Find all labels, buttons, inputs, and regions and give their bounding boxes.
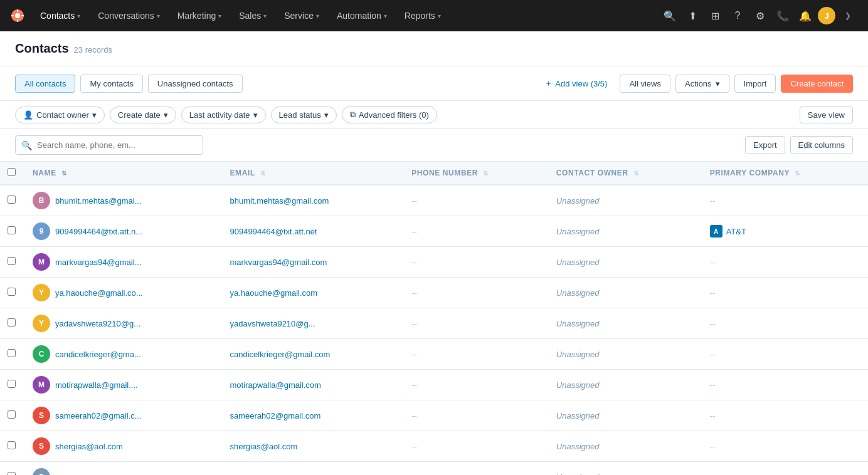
table-row: Sshergias@aol.comshergias@aol.com--Unass… <box>0 431 868 462</box>
export-button[interactable]: Export <box>745 136 785 154</box>
actions-chevron-icon: ▾ <box>716 79 720 88</box>
marketplace-button[interactable]: ⊞ <box>705 6 725 26</box>
row-company-cell: -- <box>702 308 868 339</box>
nav-item-service[interactable]: Service ▾ <box>277 7 327 24</box>
contact-email-link[interactable]: sameerah02@gmail.com <box>230 411 321 420</box>
search-nav-button[interactable]: 🔍 <box>660 6 680 26</box>
create-contact-button[interactable]: Create contact <box>781 75 853 93</box>
col-header-phone[interactable]: Phone Number ⇅ <box>404 162 549 185</box>
row-email-cell: yadavshweta9210@g... <box>223 308 405 339</box>
nav-label-marketing: Marketing <box>177 11 216 21</box>
row-checkbox[interactable] <box>8 318 16 326</box>
col-header-owner[interactable]: Contact Owner ⇅ <box>549 162 702 185</box>
contact-name-link[interactable]: yadavshweta9210@g... <box>55 319 140 328</box>
all-views-button[interactable]: All views <box>620 75 670 93</box>
checkbox-header[interactable] <box>0 162 25 185</box>
avatar: S <box>33 407 50 424</box>
owner-value: Unassigned <box>556 380 600 390</box>
contacts-header: Contacts 23 records <box>0 31 868 66</box>
row-phone-cell: -- <box>404 216 549 247</box>
avatar: 9 <box>33 222 50 240</box>
row-phone-cell: -- <box>404 431 549 462</box>
row-name-cell: Ccandicelkrieger@gma... <box>25 339 223 370</box>
owner-value: Unassigned <box>556 319 600 328</box>
select-all-checkbox[interactable] <box>8 168 16 176</box>
col-header-email[interactable]: Email ⇅ <box>223 162 405 185</box>
create-date-filter[interactable]: Create date ▾ <box>110 107 176 123</box>
nav-expand-icon[interactable]: ❯ <box>838 6 858 26</box>
hubspot-logo[interactable] <box>10 8 25 23</box>
row-company-cell: -- <box>702 278 868 308</box>
contact-name-link[interactable]: ya.haouche@gmail.co... <box>55 288 143 298</box>
contact-email-link[interactable]: 9094994464@txt.att.net <box>230 227 317 236</box>
contact-name-link[interactable]: motirapwalla@gmail.... <box>55 380 138 390</box>
contact-email-link[interactable]: yadavshweta9210@g... <box>230 319 315 328</box>
row-phone-cell: -- <box>404 308 549 339</box>
table-wrapper: Name ⇅ Email ⇅ Phone Number ⇅ Contact Ow… <box>0 162 868 475</box>
row-checkbox-cell <box>0 339 25 370</box>
empty-email: -- <box>230 472 236 476</box>
nav-item-automation[interactable]: Automation ▾ <box>329 7 394 24</box>
avatar: Y <box>33 284 50 301</box>
row-checkbox[interactable] <box>8 441 16 449</box>
nav-item-sales[interactable]: Sales ▾ <box>231 7 274 24</box>
contact-name-link[interactable]: markvargas94@gmail... <box>55 258 141 267</box>
contact-name-link[interactable]: bhumit.mehtas@gmai... <box>55 196 141 206</box>
row-checkbox[interactable] <box>8 410 16 419</box>
row-name-cell: Mmarkvargas94@gmail... <box>25 247 223 278</box>
col-header-name[interactable]: Name ⇅ <box>25 162 223 185</box>
tab-my-contacts[interactable]: My contacts <box>80 75 142 93</box>
row-checkbox[interactable] <box>8 380 16 388</box>
company-value: -- <box>710 288 716 298</box>
search-input[interactable] <box>15 135 203 155</box>
actions-button[interactable]: Actions ▾ <box>675 75 729 93</box>
tab-all-contacts[interactable]: All contacts <box>15 75 75 93</box>
row-checkbox[interactable] <box>8 288 16 296</box>
owner-value: Unassigned <box>556 472 600 476</box>
contact-name-link[interactable]: candicelkrieger@gma... <box>55 350 141 359</box>
company-value: -- <box>710 442 716 451</box>
import-button[interactable]: Import <box>734 75 776 93</box>
contact-name-link[interactable]: sameerah02@gmail.c... <box>55 411 141 420</box>
contact-owner-filter[interactable]: 👤 Contact owner ▾ <box>15 107 105 123</box>
calling-button[interactable]: 📞 <box>773 6 793 26</box>
contact-email-link[interactable]: ya.haouche@gmail.com <box>230 288 318 298</box>
nav-item-reports[interactable]: Reports ▾ <box>397 7 448 24</box>
contact-email-link[interactable]: shergias@aol.com <box>230 442 298 451</box>
add-view-button[interactable]: ＋ Add view (3/5) <box>537 74 615 93</box>
row-checkbox[interactable] <box>8 257 16 265</box>
avatar: S <box>33 437 50 455</box>
advanced-filters-button[interactable]: ⧉ Advanced filters (0) <box>342 106 437 123</box>
row-checkbox[interactable] <box>8 196 16 204</box>
settings-button[interactable]: ⚙ <box>750 6 770 26</box>
phone-value: -- <box>411 319 417 328</box>
nav-item-contacts[interactable]: Contacts ▾ <box>33 7 88 24</box>
lead-status-filter[interactable]: Lead status ▾ <box>271 107 337 123</box>
help-button[interactable]: ? <box>728 6 748 26</box>
user-avatar[interactable]: J <box>818 7 835 24</box>
row-checkbox[interactable] <box>8 349 16 357</box>
row-name-cell: Ssameerah02@gmail.c... <box>25 400 223 431</box>
col-header-company[interactable]: Primary Company ⇅ <box>702 162 868 185</box>
tab-unassigned-contacts[interactable]: Unassigned contacts <box>148 75 243 93</box>
contact-email-link[interactable]: candicelkrieger@gmail.com <box>230 350 331 359</box>
save-view-button[interactable]: Save view <box>800 107 853 123</box>
nav-item-conversations[interactable]: Conversations ▾ <box>90 7 167 24</box>
nav-item-marketing[interactable]: Marketing ▾ <box>170 7 229 24</box>
notifications-button[interactable]: 🔔 <box>795 6 815 26</box>
company-name-link[interactable]: AT&T <box>726 227 746 236</box>
contact-name-link[interactable]: 9094994464@txt.att.n... <box>55 227 142 236</box>
edit-columns-button[interactable]: Edit columns <box>790 136 853 154</box>
company-value: -- <box>710 319 716 328</box>
chevron-down-icon: ▾ <box>77 13 80 19</box>
chevron-down-icon: ▾ <box>253 110 258 120</box>
contact-email-link[interactable]: markvargas94@gmail.com <box>230 258 327 267</box>
last-activity-date-filter[interactable]: Last activity date ▾ <box>181 107 266 123</box>
contact-email-link[interactable]: bhumit.mehtas@gmail.com <box>230 196 329 206</box>
row-checkbox[interactable] <box>8 472 16 475</box>
row-checkbox[interactable] <box>8 226 16 234</box>
row-name-cell: Bbhumit.mehtas@gmai... <box>25 185 223 216</box>
upgrade-button[interactable]: ⬆ <box>682 6 702 26</box>
contact-name-link[interactable]: shergias@aol.com <box>55 442 123 451</box>
contact-email-link[interactable]: motirapwalla@gmail.com <box>230 380 321 390</box>
